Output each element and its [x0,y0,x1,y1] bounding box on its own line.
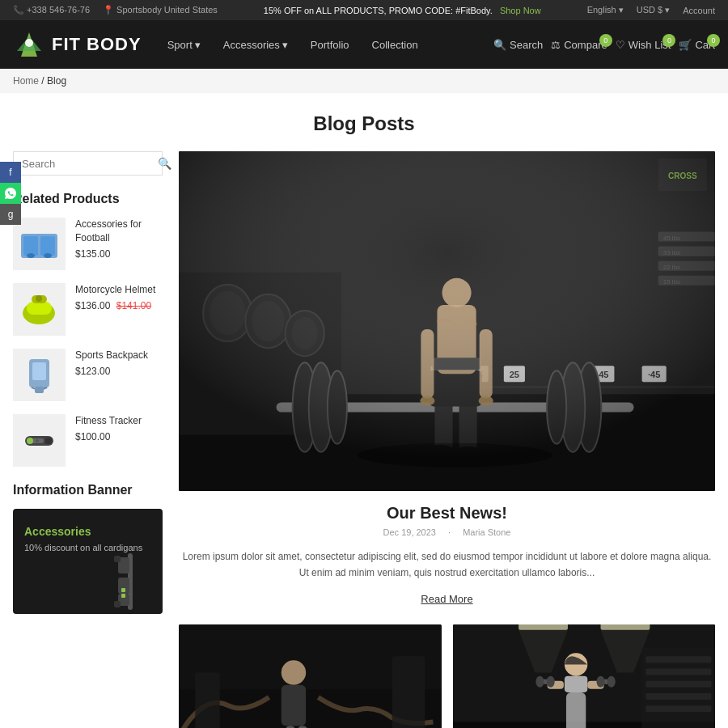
bottom-post-1 [179,624,442,728]
meta-separator: · [448,527,453,537]
related-products-title: Related Products [13,192,163,206]
product-name-2[interactable]: Motorcycle Helmet [75,283,163,297]
banner-category: Accessories [24,525,151,538]
search-action[interactable]: 🔍 Search [493,39,543,51]
language-selector[interactable]: English ▾ [587,5,624,15]
sidebar-search-container: 🔍 [13,151,163,176]
nav-collection[interactable]: Collection [362,32,428,57]
svg-rect-103 [565,692,585,728]
shop-now-link[interactable]: Shop Now [500,6,541,15]
nav-portfolio[interactable]: Portfolio [301,32,359,57]
svg-rect-102 [564,675,586,692]
svg-point-7 [44,253,52,258]
read-more-link[interactable]: Read More [179,593,715,605]
blog-date: Dec 19, 2023 [383,527,436,537]
chevron-down-icon: ▾ [195,39,201,51]
sidebar: 🔍 Related Products Accessories for Footb… [13,151,179,728]
top-bar-left: 📞 +338 546-76-76 📍 Sportsbody United Sta… [13,5,218,15]
product-price-4: $100.00 [75,431,163,442]
social-other-icon[interactable]: g [0,204,21,225]
svg-rect-4 [23,236,38,256]
phone-number: 📞 +338 546-76-76 [13,5,90,15]
bottom-post-2 [453,624,716,728]
search-input[interactable] [22,158,158,170]
product-info-1: Accessories for Football $135.00 [75,218,163,260]
product-price-2: $136.00 $141.00 [75,300,163,311]
whatsapp-icon[interactable] [0,183,21,204]
svg-rect-97 [645,668,711,675]
logo[interactable]: FIT BODY [13,28,142,61]
svg-rect-99 [645,693,711,700]
gym-scene-svg: 10 15 25 45 ·45 [179,151,715,491]
chevron-down-icon: ▾ [282,39,288,51]
cart-action[interactable]: 🛒 Cart 0 [679,39,715,51]
logo-icon [13,28,45,61]
svg-point-112 [596,675,604,687]
compare-badge: 0 [599,34,612,47]
blog-meta: Dec 19, 2023 · Maria Stone [179,527,715,537]
product-price-1: $135.00 [75,248,163,260]
svg-rect-100 [645,705,711,712]
account-link[interactable]: Account [683,6,715,15]
facebook-icon[interactable]: f [0,162,21,183]
svg-rect-24 [114,556,121,562]
main-content: 10 15 25 45 ·45 [179,151,715,728]
svg-rect-25 [114,601,121,607]
svg-point-6 [27,253,35,258]
search-icon[interactable]: 🔍 [158,157,171,170]
nav-sport[interactable]: Sport ▾ [158,32,210,57]
related-product-1: Accessories for Football $135.00 [13,218,163,270]
blog-author: Maria Stone [463,527,510,537]
product-name-1[interactable]: Accessories for Football [75,218,163,245]
header: FIT BODY Sport ▾ Accessories ▾ Portfolio… [0,20,728,69]
compare-icon: ⚖ [551,39,561,51]
search-icon: 🔍 [493,39,506,51]
svg-rect-87 [392,656,425,728]
cart-badge: 0 [707,34,720,47]
related-product-2: Motorcycle Helmet $136.00 $141.00 [13,283,163,336]
product-info-4: Fitness Tracker $100.00 [75,414,163,442]
promo-banner: 15% OFF on ALL PRODUCTS, PROMO CODE: #Fi… [264,6,541,15]
nav-actions: 🔍 Search ⚖ Compare 0 ♡ Wish List 0 🛒 Car… [493,39,715,51]
phone-icon: 📞 [13,5,27,15]
svg-point-82 [281,660,306,684]
product-image-3 [13,349,66,401]
breadcrumb-home[interactable]: Home [13,75,39,87]
svg-point-110 [535,675,544,687]
product-price-3: $123.00 [75,366,163,377]
product-info-2: Motorcycle Helmet $136.00 $141.00 [75,283,163,311]
svg-rect-88 [195,672,219,728]
svg-rect-27 [121,594,125,598]
svg-point-18 [27,438,33,444]
info-banner-title: Information Banner [13,483,163,497]
top-bar: 📞 +338 546-76-76 📍 Sportsbody United Sta… [0,0,728,20]
page-title: Blog Posts [0,93,728,151]
wishlist-badge: 0 [662,34,675,47]
product-image-4 [13,414,66,467]
blog-excerpt: Lorem ipsum dolor sit amet, consectetur … [179,548,715,582]
wishlist-action[interactable]: ♡ Wish List 0 [616,39,671,51]
svg-point-19 [36,439,39,442]
breadcrumb: Home / Blog [0,69,728,93]
svg-point-11 [36,295,42,302]
svg-rect-91 [518,624,568,630]
compare-action[interactable]: ⚖ Compare 0 [551,39,607,51]
location: 📍 Sportsbody United States [103,5,218,15]
svg-rect-26 [121,588,125,592]
currency-selector[interactable]: USD $ ▾ [637,5,670,15]
main-nav: Sport ▾ Accessories ▾ Portfolio Collecti… [158,32,477,57]
svg-rect-14 [35,387,44,393]
product-name-3[interactable]: Sports Backpack [75,349,163,362]
related-product-3: Sports Backpack $123.00 [13,349,163,401]
svg-rect-92 [600,624,650,630]
heart-icon: ♡ [616,39,625,51]
svg-rect-17 [45,438,52,444]
product-image-1 [13,218,66,270]
hero-post-image: 10 15 25 45 ·45 [179,151,715,491]
svg-point-113 [607,675,615,687]
location-icon: 📍 [103,5,116,15]
svg-rect-98 [645,681,711,688]
nav-accessories[interactable]: Accessories ▾ [214,32,298,57]
svg-point-2 [25,39,33,47]
product-name-4[interactable]: Fitness Tracker [75,414,163,428]
